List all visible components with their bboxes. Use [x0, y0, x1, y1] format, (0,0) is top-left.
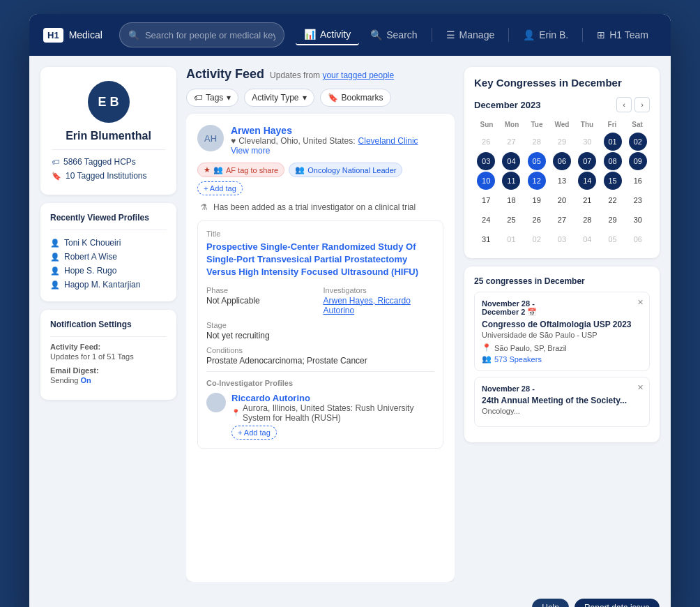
cal-date[interactable]: 06	[553, 152, 571, 170]
cal-date[interactable]: 26	[477, 133, 495, 151]
cal-date[interactable]: 25	[502, 211, 520, 229]
cal-date[interactable]: 20	[553, 191, 571, 209]
cal-date[interactable]: 14	[578, 172, 596, 190]
congress-name-2[interactable]: 24th Annual Meeting of the Society...	[482, 396, 642, 405]
view-more-link[interactable]: View more	[231, 146, 443, 156]
congress-item-1: ✕ November 28 - December 2 📅 Congresso d…	[474, 292, 650, 371]
profile-link-2[interactable]: 👤 Robert A Wise	[50, 250, 167, 264]
tag-af-pill[interactable]: ★ 👥 AF tag to share	[197, 163, 284, 177]
cal-date[interactable]: 26	[528, 211, 546, 229]
cal-date[interactable]: 24	[477, 211, 495, 229]
cal-date[interactable]: 23	[629, 191, 647, 209]
cal-date[interactable]: 03	[477, 152, 495, 170]
co-invest-location: 📍 Aurora, Illinois, United States: Rush …	[231, 403, 434, 423]
cal-date[interactable]: 29	[604, 211, 622, 229]
nav-user[interactable]: 👤 Erin B.	[515, 25, 577, 45]
feed-title: Activity Feed	[186, 67, 264, 82]
cal-date[interactable]: 10	[477, 172, 495, 190]
conditions-value: Prostate Adenocarcinoma; Prostate Cancer	[206, 356, 434, 366]
cal-prev-button[interactable]: ‹	[616, 97, 632, 112]
co-invest-add-tag-button[interactable]: + Add tag	[231, 426, 277, 440]
cal-date[interactable]: 01	[502, 230, 520, 248]
bookmarks-filter-button[interactable]: 🔖 Bookmarks	[320, 89, 391, 107]
report-data-issue-button[interactable]: Report data issue	[575, 599, 660, 607]
cal-date[interactable]: 31	[477, 230, 495, 248]
cal-date[interactable]: 05	[528, 152, 546, 170]
cal-date[interactable]: 05	[604, 230, 622, 248]
calendar-small-icon: 📅	[527, 308, 537, 316]
nav-activity[interactable]: 📊 Activity	[296, 24, 359, 45]
tag-oncology-pill[interactable]: 👥 Oncology National Leader	[289, 163, 402, 177]
cal-date[interactable]: 30	[629, 211, 647, 229]
nav-manage[interactable]: ☰ Manage	[438, 25, 503, 45]
trial-title[interactable]: Prospective Single-Center Randomized Stu…	[206, 241, 434, 279]
cal-next-button[interactable]: ›	[634, 97, 650, 112]
tags-row: ★ 👥 AF tag to share 👥 Oncology National …	[197, 163, 443, 195]
cal-date[interactable]: 02	[528, 230, 546, 248]
cal-date[interactable]: 06	[629, 230, 647, 248]
person-icon-2: 👤	[50, 253, 60, 262]
logo-area: H1 Medical	[43, 28, 102, 43]
cal-dates: 2627282930010203040506070809101112131415…	[474, 133, 650, 248]
cal-date[interactable]: 04	[502, 152, 520, 170]
cal-date[interactable]: 09	[629, 152, 647, 170]
cal-tue: Tue	[524, 119, 549, 130]
stage-group: Stage Not yet recruiting	[206, 321, 318, 340]
add-tag-button[interactable]: + Add tag	[197, 181, 243, 195]
sidebar: E B Erin Blumenthal 🏷 5866 Tagged HCPs 🔖…	[40, 67, 176, 582]
co-invest-info: Riccardo Autorino 📍 Aurora, Illinois, Un…	[231, 393, 434, 440]
cal-date[interactable]: 28	[528, 133, 546, 151]
cal-date[interactable]: 21	[578, 191, 596, 209]
tags-filter-button[interactable]: 🏷 Tags ▾	[186, 89, 238, 107]
location-pin-icon: 📍	[482, 343, 492, 352]
conditions-label: Conditions	[206, 346, 434, 354]
stat-institutions: 🔖 10 Tagged Institutions	[52, 171, 165, 181]
search-bar[interactable]: 🔍	[119, 22, 284, 47]
cal-date[interactable]: 30	[578, 133, 596, 151]
congress-name-1[interactable]: Congresso de Oftalmologia USP 2023	[482, 320, 642, 329]
cal-date[interactable]: 22	[604, 191, 622, 209]
cal-date[interactable]: 11	[502, 172, 520, 190]
cal-date[interactable]: 13	[553, 172, 571, 190]
institution-link[interactable]: Cleveland Clinic	[358, 136, 418, 146]
tagged-people-link[interactable]: your tagged people	[322, 70, 394, 80]
cal-date[interactable]: 17	[477, 191, 495, 209]
nav-search[interactable]: 🔍 Search	[362, 25, 425, 45]
activity-type-filter-button[interactable]: Activity Type ▾	[244, 89, 314, 107]
congress-location-1: 📍 São Paulo, SP, Brazil	[482, 343, 642, 352]
congress-count: 25 congresses in December	[474, 276, 650, 286]
star-icon: ★	[204, 165, 211, 174]
nav-team[interactable]: ⊞ H1 Team	[588, 25, 657, 45]
cal-date[interactable]: 15	[604, 172, 622, 190]
congress-speakers-1: 👥 573 Speakers	[482, 354, 642, 364]
cal-date[interactable]: 18	[502, 191, 520, 209]
congress-close-2[interactable]: ✕	[637, 383, 644, 392]
cal-date[interactable]: 28	[578, 211, 596, 229]
cal-date[interactable]: 16	[629, 172, 647, 190]
co-invest-section: Co-Investigator Profiles Riccardo Autori…	[206, 371, 434, 440]
cal-date[interactable]: 08	[604, 152, 622, 170]
cal-date[interactable]: 27	[553, 211, 571, 229]
profile-link-3[interactable]: 👤 Hope S. Rugo	[50, 264, 167, 278]
user-icon: 👤	[523, 29, 535, 40]
help-button[interactable]: Help	[532, 599, 569, 607]
logo-box: H1	[43, 28, 63, 43]
person-icon-4: 👤	[50, 280, 60, 290]
cal-date[interactable]: 27	[502, 133, 520, 151]
feed-header: Activity Feed Updates from your tagged p…	[186, 67, 455, 82]
cal-date[interactable]: 07	[578, 152, 596, 170]
congress-close-1[interactable]: ✕	[637, 298, 644, 307]
cal-date[interactable]: 01	[604, 133, 622, 151]
profile-link-4[interactable]: 👤 Hagop M. Kantarjian	[50, 278, 167, 292]
co-invest-name[interactable]: Riccardo Autorino	[231, 393, 434, 403]
cal-date[interactable]: 19	[528, 191, 546, 209]
cal-date[interactable]: 29	[553, 133, 571, 151]
profile-link-1[interactable]: 👤 Toni K Choueiri	[50, 236, 167, 250]
cal-date[interactable]: 12	[528, 172, 546, 190]
cal-date[interactable]: 04	[578, 230, 596, 248]
feed-card: AH Arwen Hayes ♥ Cleveland, Ohio, United…	[186, 114, 455, 582]
person-name[interactable]: Arwen Hayes	[231, 125, 443, 136]
cal-date[interactable]: 03	[553, 230, 571, 248]
cal-date[interactable]: 02	[629, 133, 647, 151]
search-input[interactable]	[145, 30, 275, 40]
